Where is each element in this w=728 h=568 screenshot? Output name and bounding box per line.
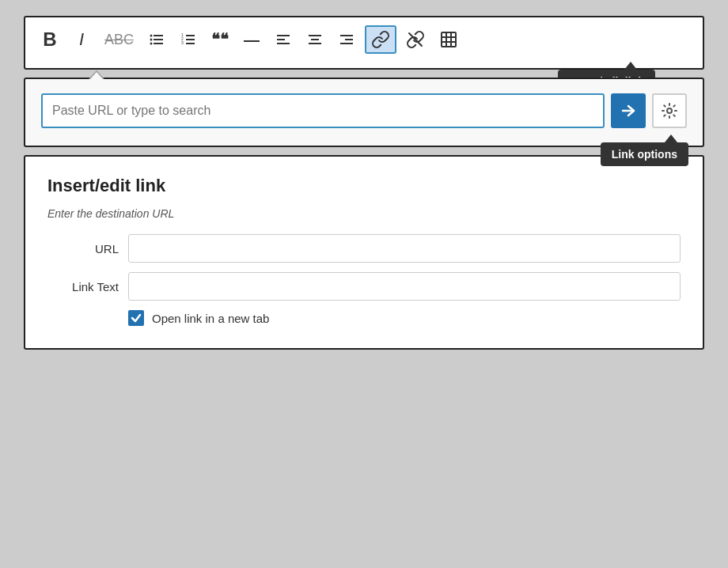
align-right-icon <box>338 31 355 48</box>
open-new-tab-row: Open link in a new tab <box>128 310 681 326</box>
enter-icon <box>620 102 637 119</box>
svg-point-3 <box>150 35 153 37</box>
open-new-tab-checkbox[interactable] <box>128 310 144 326</box>
url-field-input[interactable] <box>128 234 681 263</box>
horizontal-rule-icon: — <box>244 32 260 47</box>
unordered-list-icon <box>148 31 165 48</box>
link-options-text: Link options <box>601 142 688 166</box>
svg-text:3: 3 <box>181 40 184 45</box>
svg-rect-13 <box>277 39 285 40</box>
ordered-list-button[interactable]: 1 2 3 <box>175 26 202 53</box>
gear-btn-wrap: Link options <box>652 93 687 128</box>
svg-rect-6 <box>186 35 195 36</box>
tooltip-arrow <box>624 62 637 70</box>
dialog-subtitle: Enter the destination URL <box>47 207 681 220</box>
link-text-field-input[interactable] <box>128 272 681 301</box>
svg-line-21 <box>409 33 422 46</box>
align-left-button[interactable] <box>270 26 297 53</box>
apply-link-button[interactable] <box>611 93 646 128</box>
link-popup-section: Link options <box>24 78 704 147</box>
checkmark-icon <box>131 312 142 324</box>
svg-rect-12 <box>277 35 290 36</box>
svg-rect-14 <box>277 43 290 44</box>
svg-rect-16 <box>311 39 319 40</box>
bold-button[interactable]: B <box>36 26 63 53</box>
insert-link-button[interactable] <box>365 25 396 54</box>
open-new-tab-label: Open link in a new tab <box>152 312 269 325</box>
dialog-section: Insert/edit link Enter the destination U… <box>24 155 704 350</box>
gear-icon <box>661 102 678 119</box>
link-text-label: Link Text <box>47 280 119 293</box>
unordered-list-button[interactable] <box>143 26 170 53</box>
svg-rect-7 <box>186 39 195 40</box>
table-icon <box>439 30 458 49</box>
italic-icon: I <box>79 31 84 48</box>
svg-rect-1 <box>154 39 163 40</box>
unlink-icon <box>406 30 425 49</box>
url-field-row: URL <box>47 234 681 263</box>
bold-icon: B <box>43 30 56 49</box>
horizontal-rule-button[interactable]: — <box>238 26 265 53</box>
svg-point-27 <box>667 108 672 113</box>
unlink-button[interactable] <box>401 26 430 53</box>
svg-point-5 <box>150 43 153 45</box>
svg-rect-19 <box>345 39 353 40</box>
link-options-button[interactable] <box>652 93 687 128</box>
link-options-arrow <box>665 134 677 142</box>
toolbar-section: B I ABC 1 <box>24 16 704 70</box>
align-center-button[interactable] <box>301 26 328 53</box>
svg-rect-15 <box>309 35 321 36</box>
blockquote-icon: ❝❝ <box>211 32 229 47</box>
strikethrough-button[interactable]: ABC <box>100 26 138 53</box>
link-popup-row: Link options <box>41 93 687 128</box>
align-left-icon <box>275 31 292 48</box>
svg-rect-2 <box>154 43 163 44</box>
svg-rect-20 <box>340 43 353 44</box>
link-options-tooltip: Link options <box>601 134 688 166</box>
url-search-input[interactable] <box>41 93 605 128</box>
toolbar: B I ABC 1 <box>36 25 692 54</box>
svg-rect-8 <box>186 43 195 44</box>
table-button[interactable] <box>434 26 463 53</box>
svg-rect-22 <box>442 32 456 47</box>
svg-rect-18 <box>340 35 353 36</box>
dialog-title: Insert/edit link <box>47 176 681 196</box>
blockquote-button[interactable]: ❝❝ <box>207 26 233 53</box>
svg-rect-0 <box>154 35 163 36</box>
italic-button[interactable]: I <box>68 26 95 53</box>
align-center-icon <box>306 31 324 48</box>
ordered-list-icon: 1 2 3 <box>180 31 197 48</box>
svg-rect-17 <box>309 43 321 44</box>
url-label: URL <box>47 242 119 256</box>
link-text-field-row: Link Text <box>47 272 681 301</box>
align-right-button[interactable] <box>333 26 360 53</box>
link-icon <box>371 30 390 49</box>
popup-arrow <box>89 70 104 79</box>
svg-point-4 <box>150 39 153 41</box>
strikethrough-icon: ABC <box>104 32 134 47</box>
